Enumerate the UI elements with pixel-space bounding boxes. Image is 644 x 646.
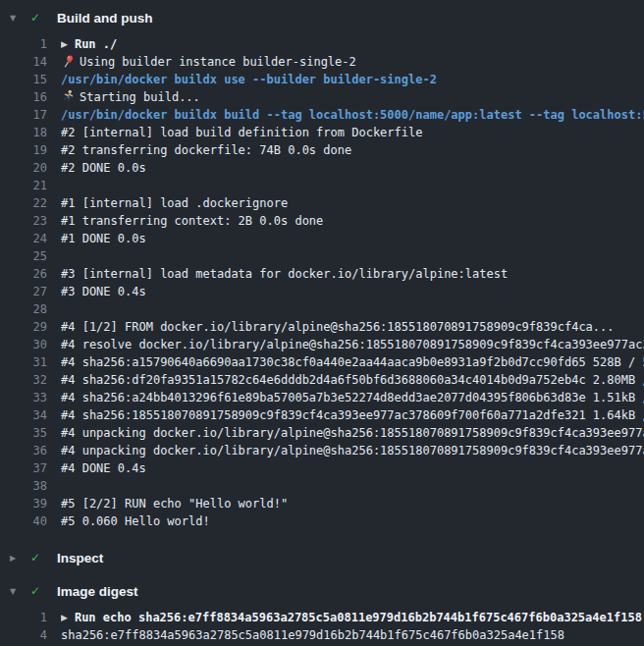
line-text: #2 [internal] load build definition from…	[61, 124, 644, 141]
line-text: #2 DONE 0.0s	[61, 159, 644, 177]
line-text-content: Using builder instance builder-single-2	[80, 55, 356, 69]
line-number[interactable]: 39	[0, 495, 47, 512]
line-number[interactable]: 27	[0, 283, 47, 300]
line-number[interactable]: 28	[0, 300, 47, 318]
line-number[interactable]: 1	[0, 35, 47, 53]
line-text-content: #1 DONE 0.0s	[61, 232, 146, 245]
chevron-down-icon[interactable]: ▼	[10, 14, 23, 23]
line-text: #2 transferring dockerfile: 74B 0.0s don…	[61, 141, 644, 159]
line-text: #4 sha256:a15790640a6690aa1730c38cf0a440…	[61, 353, 644, 371]
check-success-icon: ✓	[30, 11, 45, 25]
line-text	[61, 300, 644, 318]
line-text-content: #3 [internal] load metadata for docker.i…	[61, 267, 508, 281]
line-number[interactable]: 40	[0, 512, 47, 530]
log-line: 17 /usr/bin/docker buildx build --tag lo…	[0, 106, 644, 124]
line-number[interactable]: 19	[0, 141, 47, 159]
line-number[interactable]: 33	[0, 389, 47, 406]
line-text: /usr/bin/docker buildx build --tag local…	[61, 106, 644, 124]
section-title: Inspect	[57, 551, 103, 565]
line-number[interactable]: 20	[0, 159, 47, 177]
line-number[interactable]: 29	[0, 318, 47, 336]
log-line: 20 #2 DONE 0.0s	[0, 159, 644, 177]
line-number[interactable]: 23	[0, 212, 47, 230]
check-success-icon: ✓	[30, 584, 45, 598]
section-body: 1 ▶Run echo sha256:e7ff8834a5963a2785c5a…	[0, 605, 644, 646]
line-text-content: /usr/bin/docker buildx use --builder bui…	[61, 73, 437, 86]
line-number[interactable]: 15	[0, 71, 47, 88]
log-line: 35 #4 unpacking docker.io/library/alpine…	[0, 424, 644, 442]
line-text: #4 resolve docker.io/library/alpine@sha2…	[61, 336, 644, 353]
line-number[interactable]: 18	[0, 124, 47, 141]
line-text: #4 sha256:df20fa9351a15782c64e6dddb2d4a6…	[61, 371, 644, 389]
log-line: 16 Starting build...	[0, 88, 644, 106]
expand-run-icon[interactable]: ▶	[61, 35, 68, 53]
line-number[interactable]: 16	[0, 88, 47, 106]
chevron-down-icon[interactable]: ▼	[10, 587, 23, 596]
line-text-content: Run ./	[75, 37, 117, 51]
check-success-icon: ✓	[30, 551, 45, 565]
line-text-content: #4 DONE 0.4s	[61, 461, 146, 475]
line-text-content: #4 unpacking docker.io/library/alpine@sh…	[61, 444, 644, 458]
line-text: ▶Run echo sha256:e7ff8834a5963a2785c5a08…	[61, 609, 644, 626]
line-text-content: #4 resolve docker.io/library/alpine@sha2…	[61, 338, 644, 351]
line-text: Starting build...	[61, 88, 644, 106]
line-number[interactable]: 31	[0, 353, 47, 371]
section-header[interactable]: ▼ ✓ Build and push	[0, 4, 644, 31]
line-text-content: #4 [1/2] FROM docker.io/library/alpine@s…	[61, 320, 615, 334]
log-line: 14 Using builder instance builder-single…	[0, 53, 644, 71]
line-number[interactable]: 37	[0, 459, 47, 477]
log-line: 21	[0, 177, 644, 194]
line-number[interactable]: 26	[0, 265, 47, 283]
line-text-content: Starting build...	[80, 90, 200, 104]
line-number[interactable]: 1	[0, 609, 47, 626]
line-text: Using builder instance builder-single-2	[61, 53, 644, 71]
section-header[interactable]: ▼ ✓ Image digest	[0, 577, 644, 605]
section-title: Build and push	[57, 11, 153, 26]
line-number[interactable]: 34	[0, 406, 47, 424]
log-line: 40 #5 0.060 Hello world!	[0, 512, 644, 530]
line-text: #4 DONE 0.4s	[61, 459, 644, 477]
line-number[interactable]: 17	[0, 106, 47, 124]
section-title: Image digest	[57, 584, 138, 599]
line-number[interactable]: 25	[0, 247, 47, 265]
log-line: 33 #4 sha256:a24bb4013296f61e89ba57005a7…	[0, 389, 644, 406]
log-line: 36 #4 unpacking docker.io/library/alpine…	[0, 442, 644, 459]
log-line: 27 #3 DONE 0.4s	[0, 283, 644, 300]
line-number[interactable]: 35	[0, 424, 47, 442]
line-text: #4 [1/2] FROM docker.io/library/alpine@s…	[61, 318, 644, 336]
line-number[interactable]: 4	[0, 626, 47, 644]
log-line: 15 /usr/bin/docker buildx use --builder …	[0, 71, 644, 88]
line-number[interactable]: 14	[0, 53, 47, 71]
line-text	[61, 247, 644, 265]
log-line: 37 #4 DONE 0.4s	[0, 459, 644, 477]
line-number[interactable]: 38	[0, 477, 47, 495]
line-text-content: #5 0.060 Hello world!	[61, 514, 210, 528]
line-number[interactable]: 36	[0, 442, 47, 459]
line-text-content: #4 sha256:a24bb4013296f61e89ba57005a7b3e…	[61, 391, 644, 404]
line-text-content: #2 DONE 0.0s	[61, 161, 146, 175]
line-number[interactable]: 21	[0, 177, 47, 194]
log-line: 34 #4 sha256:185518070891758909c9f839cf4…	[0, 406, 644, 424]
line-text-content: #1 transferring context: 2B 0.0s done	[61, 214, 323, 228]
line-number[interactable]: 30	[0, 336, 47, 353]
expand-run-icon[interactable]: ▶	[61, 609, 68, 626]
section-header[interactable]: ▶ ✓ Inspect	[0, 544, 644, 571]
line-number[interactable]: 32	[0, 371, 47, 389]
line-text: #1 DONE 0.0s	[61, 230, 644, 247]
log-line: 28	[0, 300, 644, 318]
log-line: 31 #4 sha256:a15790640a6690aa1730c38cf0a…	[0, 353, 644, 371]
line-number[interactable]: 22	[0, 194, 47, 212]
line-number[interactable]: 24	[0, 230, 47, 247]
log-line: 18 #2 [internal] load build definition f…	[0, 124, 644, 141]
chevron-right-icon[interactable]: ▶	[10, 554, 23, 563]
log-section-inspect: ▶ ✓ Inspect	[0, 544, 644, 571]
line-text: #4 unpacking docker.io/library/alpine@sh…	[61, 442, 644, 459]
line-text: ▶Run ./	[61, 35, 644, 53]
log-line: 24 #1 DONE 0.0s	[0, 230, 644, 247]
log-line: 26 #3 [internal] load metadata for docke…	[0, 265, 644, 283]
line-text: /usr/bin/docker buildx use --builder bui…	[61, 71, 644, 88]
log-line: 4 sha256:e7ff8834a5963a2785c5a0811e979d1…	[0, 626, 644, 644]
line-text: sha256:e7ff8834a5963a2785c5a0811e979d16b…	[61, 626, 644, 644]
runner-icon	[61, 89, 75, 103]
log-line: 38	[0, 477, 644, 495]
